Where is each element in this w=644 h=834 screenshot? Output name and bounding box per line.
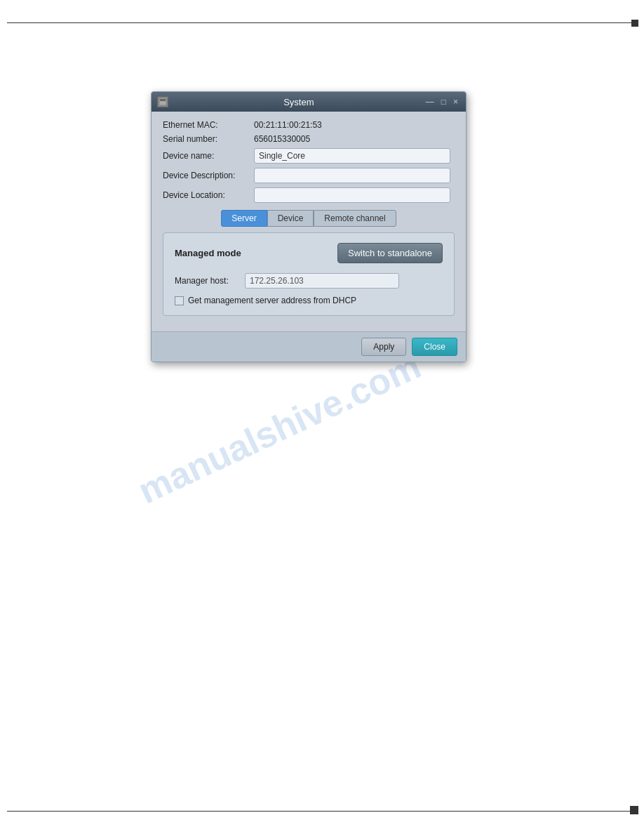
serial-number-label: Serial number:	[163, 134, 254, 144]
minimize-button[interactable]: —	[424, 97, 436, 107]
titlebar-controls: — □ ×	[424, 97, 460, 107]
managed-mode-row: Managed mode Switch to standalone	[175, 243, 443, 263]
ethernet-mac-label: Ethernet MAC:	[163, 120, 254, 130]
tab-server[interactable]: Server	[221, 210, 267, 227]
dhcp-row: Get management server address from DHCP	[175, 296, 443, 305]
device-name-row: Device name:	[163, 148, 455, 164]
device-location-row: Device Location:	[163, 187, 455, 203]
manager-host-label: Manager host:	[175, 276, 245, 286]
dialog-body: Ethernet MAC: 00:21:11:00:21:53 Serial n…	[152, 112, 466, 331]
dhcp-checkbox[interactable]	[175, 296, 184, 305]
close-button[interactable]: Close	[412, 338, 457, 356]
tab-remote-channel[interactable]: Remote channel	[314, 210, 396, 227]
manager-host-row: Manager host:	[175, 273, 443, 289]
svg-rect-1	[160, 99, 166, 101]
dialog-title: System	[174, 97, 424, 107]
serial-number-row: Serial number: 656015330005	[163, 134, 455, 144]
managed-mode-label: Managed mode	[175, 248, 241, 258]
tab-device[interactable]: Device	[267, 210, 314, 227]
manager-host-input[interactable]	[245, 273, 399, 289]
switch-to-standalone-button[interactable]: Switch to standalone	[337, 243, 443, 263]
page-border-bottom	[7, 811, 637, 812]
corner-mark-tr	[631, 20, 638, 27]
device-name-label: Device name:	[163, 151, 254, 161]
ethernet-mac-row: Ethernet MAC: 00:21:11:00:21:53	[163, 120, 455, 130]
device-location-input[interactable]	[254, 187, 450, 203]
device-description-row: Device Description:	[163, 168, 455, 183]
apply-button[interactable]: Apply	[361, 338, 406, 356]
maximize-button[interactable]: □	[439, 97, 448, 107]
device-location-label: Device Location:	[163, 190, 254, 200]
ethernet-mac-value: 00:21:11:00:21:53	[254, 120, 322, 130]
tab-bar: Server Device Remote channel	[163, 210, 455, 227]
device-description-input[interactable]	[254, 168, 450, 183]
system-dialog: System — □ × Ethernet MAC: 00:21:11:00:2…	[151, 91, 467, 362]
app-icon	[157, 96, 168, 107]
dialog-footer: Apply Close	[152, 331, 466, 362]
corner-mark-br	[630, 806, 638, 814]
watermark: manualshive.com	[132, 345, 427, 512]
close-window-button[interactable]: ×	[451, 97, 460, 107]
device-description-label: Device Description:	[163, 171, 254, 180]
server-panel: Managed mode Switch to standalone Manage…	[163, 232, 455, 316]
page-border-top	[7, 22, 637, 23]
serial-number-value: 656015330005	[254, 134, 310, 144]
dhcp-label: Get management server address from DHCP	[188, 296, 356, 305]
device-name-input[interactable]	[254, 148, 450, 164]
titlebar: System — □ ×	[152, 92, 466, 112]
